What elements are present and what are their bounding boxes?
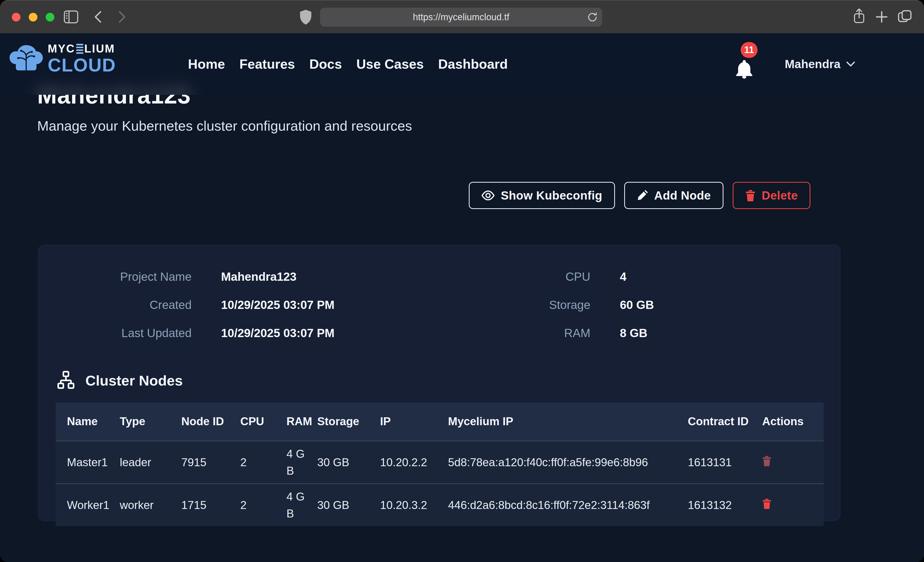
table-row: Worker1 worker 1715 2 4 GB 30 GB 10.20.3… <box>56 484 824 526</box>
pencil-icon <box>637 190 648 201</box>
cell-ip: 10.20.2.2 <box>380 441 448 484</box>
cell-name: Worker1 <box>56 484 120 526</box>
col-node-id: Node ID <box>181 402 240 441</box>
created-label: Created <box>69 298 192 312</box>
url-text: https://myceliumcloud.tf <box>413 12 509 22</box>
col-cpu: CPU <box>240 402 286 441</box>
storage-label: Storage <box>452 298 590 312</box>
col-mycelium-ip: Mycelium IP <box>448 402 688 441</box>
show-kubeconfig-button[interactable]: Show Kubeconfig <box>469 182 615 209</box>
forward-button[interactable] <box>116 11 127 23</box>
nav-link-use-cases[interactable]: Use Cases <box>356 56 424 72</box>
cell-cpu: 2 <box>240 484 286 526</box>
created-value: 10/29/2025 03:07 PM <box>221 298 422 312</box>
show-kubeconfig-label: Show Kubeconfig <box>501 188 602 202</box>
cell-ram: 4 GB <box>286 484 317 526</box>
new-tab-icon[interactable] <box>876 11 888 23</box>
close-window-button[interactable] <box>12 13 21 21</box>
cell-node-id: 7915 <box>181 441 240 484</box>
cluster-info: Project Name Mahendra123 CPU 4 Created 1… <box>69 270 840 340</box>
storage-value: 60 GB <box>620 298 779 312</box>
project-name-value: Mahendra123 <box>221 270 422 284</box>
share-icon[interactable] <box>852 8 866 24</box>
trash-icon <box>745 190 756 201</box>
chevron-down-icon <box>846 61 855 67</box>
privacy-shield-icon[interactable] <box>299 9 312 25</box>
col-type: Type <box>120 402 181 441</box>
add-node-button[interactable]: Add Node <box>624 182 723 209</box>
delete-cluster-button[interactable]: Delete <box>733 182 810 209</box>
site-logo[interactable]: MYCLIUM CLOUD <box>9 43 116 74</box>
col-ram: RAM <box>286 402 317 441</box>
logo-line2: CLOUD <box>48 56 116 74</box>
cluster-actions: Show Kubeconfig Add Node <box>469 182 810 209</box>
col-storage: Storage <box>317 402 380 441</box>
bell-icon <box>735 59 763 79</box>
cpu-value: 4 <box>620 270 779 284</box>
reload-icon[interactable] <box>587 12 598 23</box>
browser-window: https://myceliumcloud.tf <box>0 0 924 562</box>
ram-label: RAM <box>452 326 590 340</box>
zoom-window-button[interactable] <box>46 13 54 21</box>
last-updated-value: 10/29/2025 03:07 PM <box>221 326 422 340</box>
eye-icon <box>482 190 495 200</box>
cell-ram: 4 GB <box>286 441 317 484</box>
tab-overview-icon[interactable] <box>898 10 912 24</box>
cell-cpu: 2 <box>240 441 286 484</box>
network-nodes-icon <box>56 370 76 391</box>
last-updated-label: Last Updated <box>69 326 192 340</box>
ram-value: 8 GB <box>620 326 779 340</box>
add-node-label: Add Node <box>654 188 711 202</box>
cluster-nodes-heading: Cluster Nodes <box>86 372 183 389</box>
sidebar-icon[interactable] <box>64 10 78 24</box>
minimize-window-button[interactable] <box>29 13 38 21</box>
notifications-button[interactable]: 11 <box>735 53 763 81</box>
nav-link-docs[interactable]: Docs <box>309 56 342 72</box>
address-bar[interactable]: https://myceliumcloud.tf <box>320 8 602 27</box>
site-navbar: MYCLIUM CLOUD Home Features Docs Use Cas… <box>0 33 924 95</box>
page-body: Mahendra123 Manage your Kubernetes clust… <box>0 33 924 562</box>
col-contract-id: Contract ID <box>688 402 762 441</box>
col-actions: Actions <box>762 402 824 441</box>
nav-link-home[interactable]: Home <box>188 56 225 72</box>
table-row: Master1 leader 7915 2 4 GB 30 GB 10.20.2… <box>56 441 824 484</box>
cluster-details-panel: Project Name Mahendra123 CPU 4 Created 1… <box>38 245 840 521</box>
nav-links: Home Features Docs Use Cases Dashboard <box>188 33 508 95</box>
table-header-row: Name Type Node ID CPU RAM Storage IP Myc… <box>56 402 824 441</box>
logo-line1: MYCLIUM <box>48 43 116 54</box>
notification-badge: 11 <box>741 42 758 58</box>
cell-type: worker <box>120 484 181 526</box>
delete-node-button[interactable] <box>762 456 771 466</box>
cell-node-id: 1715 <box>181 484 240 526</box>
cell-mycelium-ip: 5d8:78ea:a120:f40c:ff0f:a5fe:99e6:8b96 <box>448 441 688 484</box>
back-button[interactable] <box>93 11 104 23</box>
nav-link-features[interactable]: Features <box>239 56 295 72</box>
browser-chrome: https://myceliumcloud.tf <box>0 0 924 33</box>
cell-contract-id: 1613132 <box>688 484 762 526</box>
cpu-label: CPU <box>452 270 590 284</box>
project-name-label: Project Name <box>69 270 192 284</box>
user-name: Mahendra <box>785 57 840 71</box>
cell-ip: 10.20.3.2 <box>380 484 448 526</box>
cell-name: Master1 <box>56 441 120 484</box>
cell-storage: 30 GB <box>317 441 380 484</box>
cluster-nodes-table: Name Type Node ID CPU RAM Storage IP Myc… <box>56 402 824 526</box>
col-name: Name <box>56 402 120 441</box>
cell-contract-id: 1613131 <box>688 441 762 484</box>
mycelium-cloud-logo-icon <box>9 43 43 74</box>
nav-link-dashboard[interactable]: Dashboard <box>438 56 508 72</box>
delete-node-button[interactable] <box>762 498 771 509</box>
cell-storage: 30 GB <box>317 484 380 526</box>
page-subtitle: Manage your Kubernetes cluster configura… <box>37 118 412 134</box>
delete-label: Delete <box>762 188 798 202</box>
cell-type: leader <box>120 441 181 484</box>
col-ip: IP <box>380 402 448 441</box>
cell-mycelium-ip: 446:d2a6:8bcd:8c16:ff0f:72e2:3114:863f <box>448 484 688 526</box>
user-menu[interactable]: Mahendra <box>785 33 855 95</box>
